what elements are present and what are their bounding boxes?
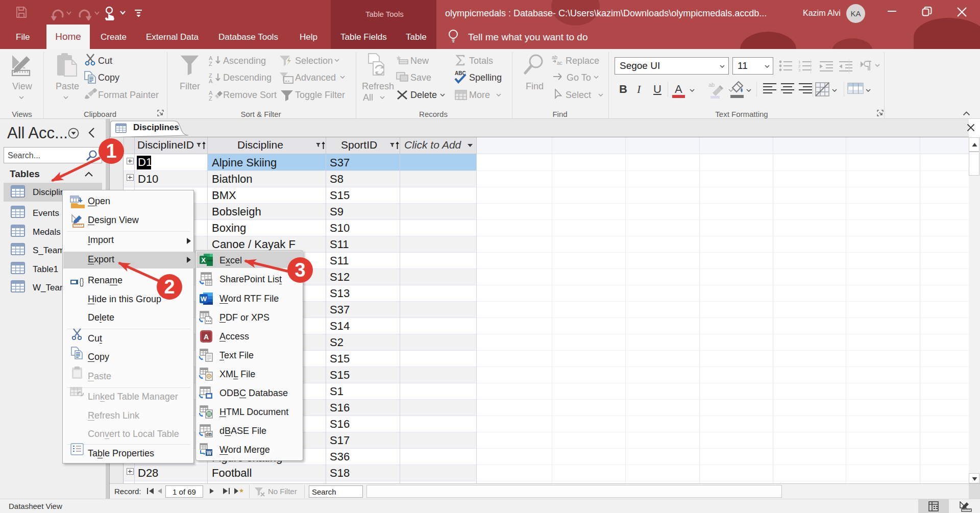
svg-text:1: 1 <box>106 140 116 162</box>
svg-text:3: 3 <box>295 259 305 281</box>
svg-text:2: 2 <box>164 276 175 298</box>
